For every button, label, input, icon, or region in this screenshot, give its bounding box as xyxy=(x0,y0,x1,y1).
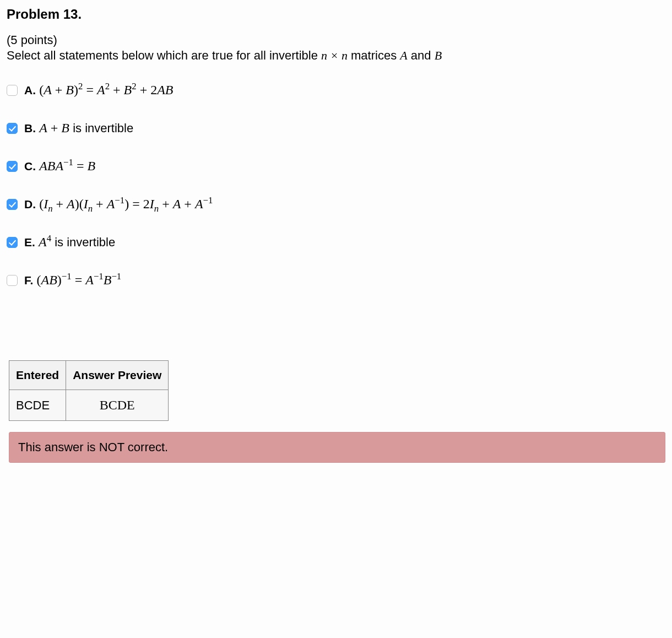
option-f: F. (AB)−1 = A−1B−1 xyxy=(7,273,665,288)
prompt-matrix-a: A xyxy=(400,48,407,62)
points-label: (5 points) xyxy=(7,33,665,47)
prompt-dims: n × n xyxy=(321,48,348,62)
option-b-content: B. A + B is invertible xyxy=(24,121,133,136)
checkbox-e[interactable] xyxy=(7,237,18,248)
option-b-suffix: is invertible xyxy=(69,121,133,135)
checkbox-f[interactable] xyxy=(7,275,18,286)
option-e-formula: A4 xyxy=(39,235,51,249)
option-d-formula: (In + A)(In + A−1) = 2In + A + A−1 xyxy=(39,197,213,211)
option-b: B. A + B is invertible xyxy=(7,121,665,136)
option-c: C. ABA−1 = B xyxy=(7,159,665,174)
header-preview: Answer Preview xyxy=(66,361,169,390)
checkbox-c[interactable] xyxy=(7,161,18,172)
option-f-formula: (AB)−1 = A−1B−1 xyxy=(36,273,121,287)
problem-prompt: Select all statements below which are tr… xyxy=(7,48,665,63)
option-b-label: B. xyxy=(24,122,36,134)
option-f-content: F. (AB)−1 = A−1B−1 xyxy=(24,273,121,288)
table-row: BCDE BCDE xyxy=(9,390,169,421)
option-d: D. (In + A)(In + A−1) = 2In + A + A−1 xyxy=(7,197,665,212)
checkbox-d[interactable] xyxy=(7,199,18,210)
entered-value: BCDE xyxy=(9,390,66,421)
feedback-banner: This answer is NOT correct. xyxy=(9,432,665,463)
header-entered: Entered xyxy=(9,361,66,390)
checkbox-a[interactable] xyxy=(7,85,18,96)
prompt-text: matrices xyxy=(348,48,400,62)
option-e-suffix: is invertible xyxy=(51,235,115,249)
option-c-label: C. xyxy=(24,160,36,172)
option-c-formula: ABA−1 = B xyxy=(39,159,95,173)
option-a-label: A. xyxy=(24,84,36,96)
option-e: E. A4 is invertible xyxy=(7,235,665,250)
option-e-label: E. xyxy=(24,236,35,248)
option-e-content: E. A4 is invertible xyxy=(24,235,115,250)
option-b-formula: A + B xyxy=(39,121,69,135)
option-a-formula: (A + B)2 = A2 + B2 + 2AB xyxy=(39,83,173,97)
preview-value: BCDE xyxy=(66,390,169,421)
option-a: A. (A + B)2 = A2 + B2 + 2AB xyxy=(7,83,665,98)
prompt-matrix-b: B xyxy=(435,48,442,62)
prompt-text: Select all statements below which are tr… xyxy=(7,48,321,62)
problem-title: Problem 13. xyxy=(7,7,665,22)
option-d-content: D. (In + A)(In + A−1) = 2In + A + A−1 xyxy=(24,197,213,212)
checkbox-b[interactable] xyxy=(7,123,18,134)
option-d-label: D. xyxy=(24,198,36,210)
option-f-label: F. xyxy=(24,274,33,286)
option-c-content: C. ABA−1 = B xyxy=(24,159,95,174)
results-table: Entered Answer Preview BCDE BCDE xyxy=(9,360,169,421)
prompt-text: and xyxy=(408,48,435,62)
option-a-content: A. (A + B)2 = A2 + B2 + 2AB xyxy=(24,83,174,98)
